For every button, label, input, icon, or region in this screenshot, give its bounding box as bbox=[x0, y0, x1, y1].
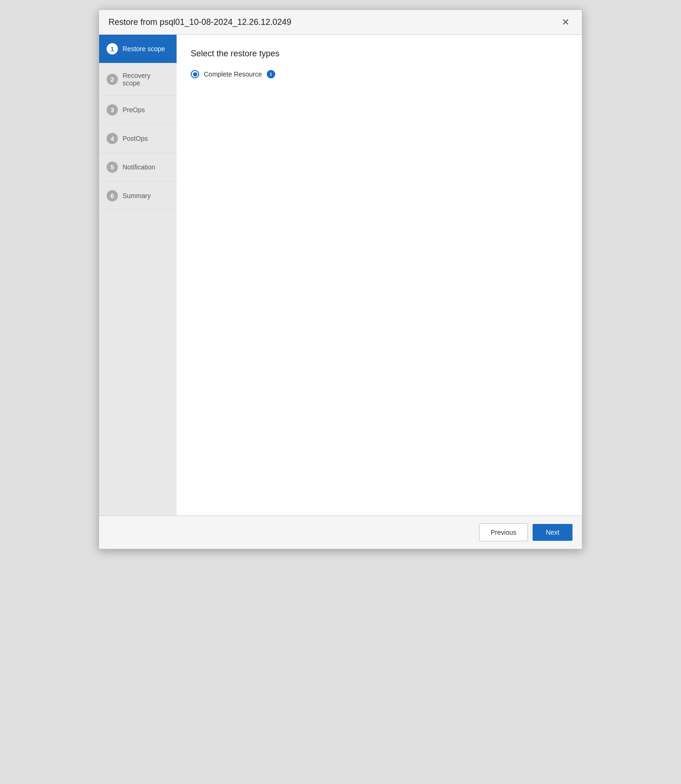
sidebar-item-preops[interactable]: 3 PreOps bbox=[99, 96, 177, 124]
dialog-body: 1 Restore scope 2 Recovery scope 3 PreOp… bbox=[99, 35, 582, 515]
section-title: Select the restore types bbox=[191, 49, 568, 59]
info-icon[interactable]: i bbox=[267, 70, 275, 78]
option-label-complete-resource: Complete Resource bbox=[204, 70, 262, 78]
sidebar-item-notification[interactable]: 5 Notification bbox=[99, 153, 177, 182]
sidebar-step-label-2: Recovery scope bbox=[123, 72, 169, 87]
sidebar-step-label-1: Restore scope bbox=[123, 45, 165, 53]
step-number-6: 6 bbox=[107, 190, 118, 201]
step-number-1: 1 bbox=[107, 43, 118, 54]
restore-dialog: Restore from psql01_10-08-2024_12.26.12.… bbox=[99, 9, 582, 549]
step-number-3: 3 bbox=[107, 104, 118, 115]
close-button[interactable]: ✕ bbox=[559, 16, 573, 28]
sidebar-item-restore-scope[interactable]: 1 Restore scope bbox=[99, 35, 177, 63]
sidebar-step-label-3: PreOps bbox=[123, 106, 145, 114]
restore-option-complete-resource[interactable]: Complete Resource i bbox=[191, 70, 568, 78]
next-button[interactable]: Next bbox=[533, 524, 573, 541]
radio-complete-resource[interactable] bbox=[191, 70, 199, 78]
sidebar: 1 Restore scope 2 Recovery scope 3 PreOp… bbox=[99, 35, 177, 515]
step-number-5: 5 bbox=[107, 161, 118, 173]
dialog-footer: Previous Next bbox=[99, 515, 582, 549]
sidebar-step-label-5: Notification bbox=[123, 163, 155, 171]
sidebar-item-summary[interactable]: 6 Summary bbox=[99, 182, 177, 210]
dialog-title: Restore from psql01_10-08-2024_12.26.12.… bbox=[108, 17, 291, 27]
step-number-2: 2 bbox=[107, 74, 118, 85]
previous-button[interactable]: Previous bbox=[479, 523, 528, 541]
dialog-title-bar: Restore from psql01_10-08-2024_12.26.12.… bbox=[99, 10, 582, 35]
sidebar-step-label-4: PostOps bbox=[123, 135, 148, 142]
main-content: Select the restore types Complete Resour… bbox=[177, 35, 582, 515]
sidebar-item-postops[interactable]: 4 PostOps bbox=[99, 124, 177, 153]
step-number-4: 4 bbox=[107, 133, 118, 144]
sidebar-step-label-6: Summary bbox=[123, 192, 151, 200]
sidebar-item-recovery-scope[interactable]: 2 Recovery scope bbox=[99, 63, 177, 96]
